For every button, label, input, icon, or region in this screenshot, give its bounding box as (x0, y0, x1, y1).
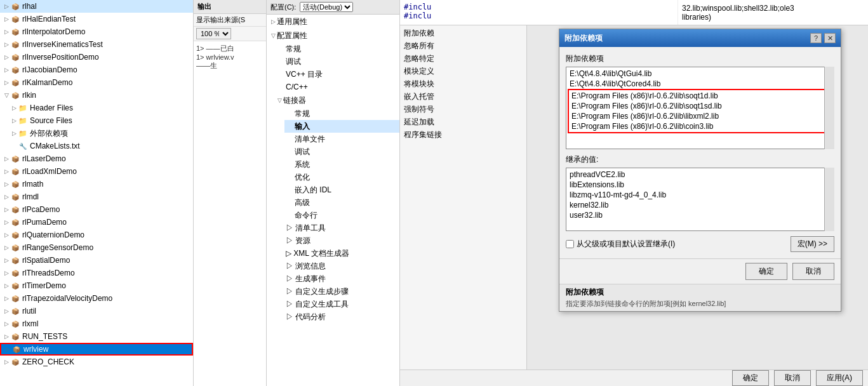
sidebar-item-rlkalmandemo[interactable]: ▷ rlKalmanDemo (0, 76, 193, 89)
sidebar-item-rltrapezoidalvelocitydemo[interactable]: ▷ rlTrapezoidalVelocityDemo (0, 292, 193, 305)
project-icon (10, 1, 20, 11)
sidebar-item-rlmath[interactable]: ▷ rlmath (0, 178, 193, 190)
sidebar-item-rlpumademo[interactable]: ▷ rlPumaDemo (0, 216, 193, 229)
prop-build-events[interactable]: ▷ 生成事件 (276, 272, 399, 285)
sidebar-item-rlthreadsdemo[interactable]: ▷ rlThreadsDemo (0, 267, 193, 279)
config-properties-text: 配置属性 (277, 30, 307, 41)
libs-line1: 32.lib;winspool.lib;shell32.lib;ole3 (682, 4, 864, 13)
project-icon (10, 192, 20, 202)
project-icon (10, 27, 20, 37)
linker-common[interactable]: 常规 (284, 107, 399, 120)
expand-icon: ▷ (10, 130, 18, 137)
sidebar-item-wrlview[interactable]: ▷ wrlview (0, 343, 193, 356)
sidebar-item-rlinterpolatordemo[interactable]: ▷ rlInterpolatorDemo (0, 25, 193, 38)
expand-icon: ▷ (3, 3, 10, 10)
inherited-item-3[interactable]: kernel32.lib (568, 200, 832, 210)
sidebar-item-rltimerdemo[interactable]: ▷ rlTimerDemo (0, 279, 193, 292)
prop-resources[interactable]: ▷ 资源 (276, 234, 399, 247)
expand-icon: ▷ (3, 320, 10, 328)
prop-common[interactable]: 常规 (276, 43, 399, 55)
prop-code-analysis[interactable]: ▷ 代码分析 (276, 310, 399, 323)
deps-item-5[interactable]: E:\Program Files (x86)\rl-0.6.2\lib\coin… (570, 121, 831, 131)
inherited-item-2[interactable]: libzmq-v110-mt-gd-4_0_4.lib (568, 190, 832, 200)
inherited-item-1[interactable]: libExtensions.lib (568, 180, 832, 190)
linker-label[interactable]: ▽ 链接器 (276, 93, 399, 107)
sidebar-item-zero-check[interactable]: ▷ ZERO_CHECK (0, 356, 193, 368)
checkbox-row: 从父级或项目默认设置继承(I) 宏(M) >> (566, 236, 834, 252)
inherited-item-4[interactable]: user32.lib (568, 210, 832, 220)
sidebar-item-rlrangesensordemo[interactable]: ▷ rlRangeSensorDemo (0, 241, 193, 254)
sidebar-item-rllaserdemo[interactable]: ▷ rlLaserDemo (0, 152, 193, 165)
linker-advanced[interactable]: 高级 (284, 196, 399, 209)
prop-cpp[interactable]: C/C++ (276, 81, 399, 93)
sidebar-item-source-files[interactable]: ▷ Source Files (0, 114, 193, 127)
config-properties-label[interactable]: ▽ 配置属性 (267, 29, 399, 43)
sidebar-item-rlutil[interactable]: ▷ rlutil (0, 305, 193, 317)
linker-cmdline[interactable]: 命令行 (284, 209, 399, 222)
prop-vc-dir[interactable]: VC++ 目录 (276, 68, 399, 81)
linker-input[interactable]: 输入 (284, 120, 399, 133)
deps-list-box[interactable]: E:\Qt\4.8.4\lib\QtGui4.lib E:\Qt\4.8.4\l… (566, 67, 834, 149)
sidebar-item-rlhalendiantest[interactable]: ▷ rlHalEndianTest (0, 13, 193, 25)
inherited-scrollbar[interactable] (824, 168, 834, 231)
expand-icon: ▷ (3, 231, 10, 239)
sidebar-item-rlmdl[interactable]: ▷ rlmdl (0, 190, 193, 203)
expand-icon: ▷ (3, 180, 10, 188)
deps-item-4[interactable]: E:\Program Files (x86)\rl-0.6.2\lib\libx… (570, 111, 831, 121)
sidebar-item-rlhal[interactable]: ▷ rlhal (0, 0, 193, 13)
deps-item-0[interactable]: E:\Qt\4.8.4\lib\QtGui4.lib (568, 69, 832, 79)
sidebar-item-header-files[interactable]: ▷ Header Files (0, 102, 193, 114)
sidebar-item-rljacobiandemo[interactable]: ▷ rlJacobianDemo (0, 63, 193, 76)
prop-browse[interactable]: ▷ 浏览信息 (276, 260, 399, 272)
sidebar-item-rlspatialdemo[interactable]: ▷ rlSpatialDemo (0, 254, 193, 267)
inherited-section: 继承的值: pthreadVCE2.lib libExtensions.lib … (566, 154, 834, 231)
sidebar-item-label: rlLoadXmlDemo (22, 167, 77, 176)
sidebar-item-rlkin[interactable]: ▽ rlkin (0, 89, 193, 102)
inherit-checkbox[interactable] (566, 240, 574, 248)
config-select[interactable]: 活动(Debug) (300, 2, 353, 12)
inherit-checkbox-label[interactable]: 从父级或项目默认设置继承(I) (566, 239, 675, 250)
main-ok-button[interactable]: 确定 (732, 370, 769, 386)
dialog-close-button[interactable]: ✕ (824, 33, 836, 43)
linker-idl[interactable]: 嵌入的 IDL (284, 183, 399, 196)
expand-icon: ▷ (3, 269, 10, 277)
sidebar-item-rlquaterniondemo[interactable]: ▷ rlQuaternionDemo (0, 229, 193, 241)
sidebar-item-rlloadxmldemo[interactable]: ▷ rlLoadXmlDemo (0, 165, 193, 178)
deps-item-1[interactable]: E:\Qt\4.8.4\lib\QtCored4.lib (568, 79, 832, 89)
inherited-list-box[interactable]: pthreadVCE2.lib libExtensions.lib libzmq… (566, 168, 834, 231)
sidebar-item-external-deps[interactable]: ▷ 外部依赖项 (0, 127, 193, 140)
prop-manifest-tool[interactable]: ▷ 清单工具 (276, 222, 399, 234)
sidebar-item-run-tests[interactable]: ▷ RUN_TESTS (0, 330, 193, 343)
sidebar-item-rlxml[interactable]: ▷ rlxml (0, 317, 193, 330)
macro-button[interactable]: 宏(M) >> (791, 236, 834, 252)
deps-item-2[interactable]: E:\Program Files (x86)\rl-0.6.2\lib\soqt… (570, 91, 831, 101)
prop-debug[interactable]: 调试 (276, 55, 399, 68)
general-properties-label[interactable]: ▷ 通用属性 (267, 15, 399, 29)
inherited-item-0[interactable]: pthreadVCE2.lib (568, 170, 832, 180)
deps-scrollbar[interactable] (824, 67, 834, 149)
prop-xml-doc[interactable]: ▷ XML 文档生成器 (276, 247, 399, 260)
linker-optimize[interactable]: 优化 (284, 171, 399, 183)
main-cancel-button[interactable]: 取消 (774, 370, 811, 386)
sidebar-item-rlinversekinematicstest[interactable]: ▷ rlInverseKinematicsTest (0, 38, 193, 51)
deps-item-3[interactable]: E:\Program Files (x86)\rl-0.6.2\lib\soqt… (570, 101, 831, 111)
linker-debug[interactable]: 调试 (284, 145, 399, 158)
linker-system[interactable]: 系统 (284, 158, 399, 171)
prop-val-module-def: 模块定义 (401, 65, 525, 77)
dialog-help-button[interactable]: ? (810, 33, 822, 43)
linker-manifest[interactable]: 清单文件 (284, 133, 399, 145)
sidebar-item-label: rlmath (22, 180, 43, 189)
sidebar-item-cmakelists[interactable]: ▷ CMakeLists.txt (0, 140, 193, 152)
prop-custom-tool[interactable]: ▷ 自定义生成工具 (276, 298, 399, 310)
expand-icon: ▷ (3, 218, 10, 226)
project-icon (10, 243, 20, 253)
dialog-cancel-button[interactable]: 取消 (792, 263, 834, 280)
dialog-ok-button[interactable]: 确定 (745, 263, 787, 280)
sidebar-item-rlpcademo[interactable]: ▷ rlPcaDemo (0, 203, 193, 216)
main-apply-button[interactable]: 应用(A) (816, 370, 863, 386)
sidebar-item-label: 外部依赖项 (30, 128, 68, 139)
project-icon (10, 319, 20, 329)
zoom-select[interactable]: 100 % (196, 28, 231, 39)
sidebar-item-rlinversepositiondemo[interactable]: ▷ rlInversePositionDemo (0, 51, 193, 63)
prop-custom-build[interactable]: ▷ 自定义生成步骤 (276, 285, 399, 298)
